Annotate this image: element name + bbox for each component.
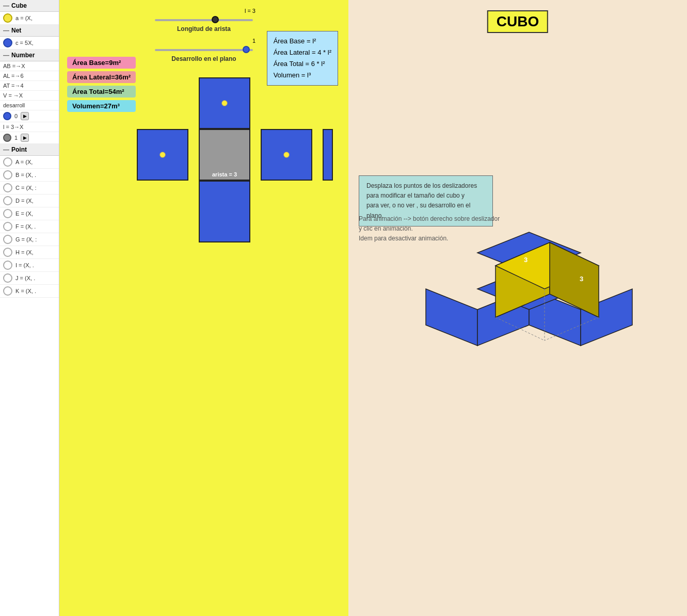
sidebar-item-v: V = →X [0, 91, 59, 101]
right-panel: CUBO Desplaza los puntos de los deslizad… [348, 0, 687, 616]
net-panel-bl [426, 289, 477, 346]
slider2-value-display: 1 [252, 38, 255, 44]
sidebar-item-point-D: D = (X, [0, 194, 59, 207]
sidebar-item-desarrollo-label: desarroll [3, 102, 25, 108]
sidebar-section-point-label: Point [11, 146, 27, 153]
sidebar-section-number-label: Number [11, 52, 35, 59]
cubo-title: CUBO [487, 10, 548, 33]
sidebar-item-point-E: E = (X, [0, 207, 59, 220]
circle-empty-E-icon [3, 209, 12, 218]
play-button-one[interactable]: ▶ [21, 134, 29, 142]
cube-3d-svg: 3 3 [395, 186, 663, 351]
face-right [261, 129, 312, 181]
dot-left [159, 152, 166, 158]
sidebar: — Cube a = (X, — Net c = 5X, — Number AB… [0, 0, 59, 616]
sidebar-section-point[interactable]: — Point [0, 144, 59, 156]
face-bottom [199, 181, 250, 242]
sidebar-item-point-F: F = (X, . [0, 220, 59, 233]
slider2-track [155, 49, 253, 51]
sidebar-item-at: AT =→4 [0, 81, 59, 91]
face-left [137, 129, 188, 181]
slider2-label: Desarrollo en el plano [171, 55, 236, 62]
face-far-right [323, 129, 333, 181]
face-top [199, 77, 250, 129]
circle-yellow-icon [3, 13, 12, 23]
circle-gray-icon [3, 134, 11, 142]
sidebar-section-cube[interactable]: — Cube [0, 0, 59, 12]
circle-blue-icon [3, 38, 12, 47]
sidebar-section-net-label: Net [11, 27, 21, 34]
sidebar-item-ab: AB =→X [0, 61, 59, 71]
sidebar-item-al: AL =→6 [0, 71, 59, 81]
sidebar-item-v-label: V = →X [3, 92, 23, 99]
sidebar-item-ab-label: AB =→X [3, 63, 25, 69]
sidebar-section-net[interactable]: — Net [0, 25, 59, 37]
sidebar-item-point-C: C = (X, : [0, 182, 59, 194]
sidebar-item-point-I: I = (X, . [0, 259, 59, 272]
sidebar-item-point-A: A = (X, [0, 156, 59, 169]
sidebar-item-point-B: B = (X, . [0, 169, 59, 182]
sidebar-section-number[interactable]: — Number [0, 50, 59, 61]
sidebar-item-al-label: AL =→6 [3, 73, 24, 79]
sidebar-item-desarrollo: desarroll [0, 101, 59, 110]
badge-area-lateral: Área Lateral=36m² [67, 71, 136, 83]
circle-empty-C-icon [3, 183, 12, 192]
sidebar-item-point-J: J = (X, . [0, 272, 59, 285]
formula-line2: Área Lateral = 4 * l² [274, 47, 331, 58]
sidebar-item-c-label: c = 5X, [15, 40, 34, 46]
net-area: arista = 3 [132, 77, 338, 253]
sidebar-item-one: 1 ▶ [0, 132, 59, 144]
center-panel: l = 3 Longitud de arista 1 Desarrollo en… [59, 0, 348, 616]
sidebar-item-point-H: H = (X, [0, 246, 59, 259]
dot-right [283, 152, 290, 158]
sidebar-item-l-label: l = 3→X [3, 124, 23, 130]
sidebar-item-point-K: K = (X, . [0, 285, 59, 298]
circle-empty-A-icon [3, 157, 12, 167]
circle-blue-small-icon [3, 112, 11, 120]
slider1-thumb[interactable] [212, 16, 219, 23]
slider1-value-display: l = 3 [245, 8, 255, 14]
circle-empty-K-icon [3, 286, 12, 296]
sidebar-item-c: c = 5X, [0, 37, 59, 50]
sidebar-item-zero: 0 ▶ [0, 110, 59, 122]
circle-empty-F-icon [3, 222, 12, 231]
slider2-thumb[interactable] [243, 46, 250, 53]
sidebar-item-at-label: AT =→4 [3, 83, 24, 89]
face-center: arista = 3 [199, 129, 250, 181]
sidebar-item-a-label: a = (X, [15, 15, 33, 21]
badge-area-total: Área Total=54m² [67, 86, 136, 98]
cube-edge-label-right: 3 [580, 275, 583, 283]
sidebar-section-cube-label: Cube [11, 2, 27, 9]
formula-line3: Área Total = 6 * l² [274, 58, 331, 70]
cube-edge-label-top: 3 [524, 256, 528, 264]
sidebar-item-a: a = (X, [0, 12, 59, 25]
formula-line1: Área Base = l² [274, 36, 331, 47]
cube-3d-area: 3 3 [395, 186, 653, 330]
circle-empty-D-icon [3, 196, 12, 205]
slider2-track-container [155, 45, 253, 55]
slider1-label: Longitud de arista [177, 25, 231, 33]
circle-empty-J-icon [3, 273, 12, 283]
slider1-track-container [155, 15, 253, 25]
arista-label-center: arista = 3 [212, 171, 237, 177]
sidebar-item-point-G: G = (X, : [0, 233, 59, 246]
circle-empty-I-icon [3, 261, 12, 270]
slider1-track [155, 19, 253, 21]
badge-volumen: Volumen=27m³ [67, 100, 136, 112]
circle-empty-H-icon [3, 248, 12, 257]
cross-container: arista = 3 [132, 77, 338, 253]
play-button-zero[interactable]: ▶ [21, 112, 29, 120]
badge-area-base: Área Base=9m² [67, 57, 136, 69]
circle-empty-G-icon [3, 235, 12, 244]
sidebar-item-l: l = 3→X [0, 122, 59, 132]
dot-top [221, 100, 228, 106]
badges-area: Área Base=9m² Área Lateral=36m² Área Tot… [67, 57, 136, 112]
circle-empty-B-icon [3, 170, 12, 180]
